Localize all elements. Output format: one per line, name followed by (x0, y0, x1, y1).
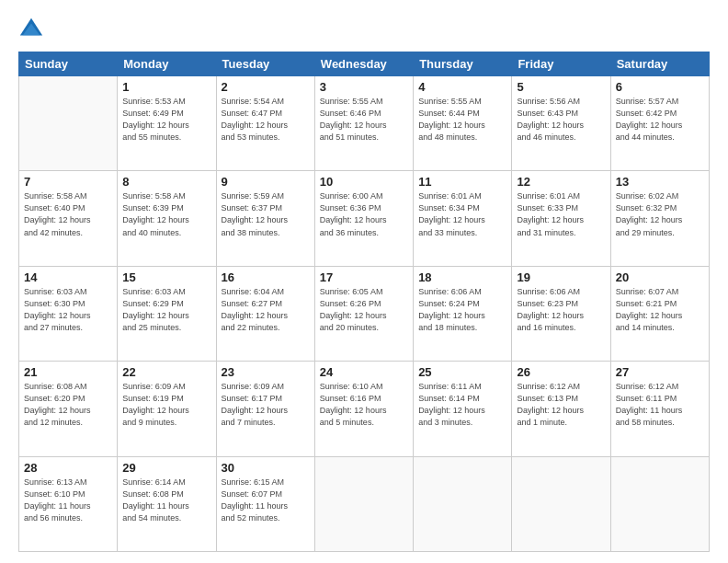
day-number: 30 (222, 461, 310, 475)
day-info: Sunrise: 6:04 AM Sunset: 6:27 PM Dayligh… (222, 286, 310, 334)
calendar-header-row: SundayMondayTuesdayWednesdayThursdayFrid… (19, 52, 710, 76)
day-number: 22 (122, 365, 210, 379)
day-number: 21 (24, 365, 112, 379)
day-number: 14 (24, 270, 112, 284)
day-number: 17 (320, 270, 408, 284)
day-info: Sunrise: 6:03 AM Sunset: 6:30 PM Dayligh… (24, 286, 112, 334)
day-info: Sunrise: 6:12 AM Sunset: 6:11 PM Dayligh… (616, 381, 704, 429)
calendar-cell: 20Sunrise: 6:07 AM Sunset: 6:21 PM Dayli… (610, 266, 709, 361)
calendar-cell: 25Sunrise: 6:11 AM Sunset: 6:14 PM Dayli… (414, 362, 512, 456)
calendar-cell: 27Sunrise: 6:12 AM Sunset: 6:11 PM Dayli… (610, 362, 709, 456)
calendar-table: SundayMondayTuesdayWednesdayThursdayFrid… (18, 52, 710, 552)
day-number: 1 (122, 80, 210, 94)
calendar-cell: 10Sunrise: 6:00 AM Sunset: 6:36 PM Dayli… (314, 171, 413, 266)
calendar-cell: 14Sunrise: 6:03 AM Sunset: 6:30 PM Dayli… (19, 266, 118, 361)
day-info: Sunrise: 6:07 AM Sunset: 6:21 PM Dayligh… (616, 286, 704, 334)
day-info: Sunrise: 6:00 AM Sunset: 6:36 PM Dayligh… (320, 190, 408, 238)
calendar-cell (610, 456, 709, 551)
calendar-cell: 3Sunrise: 5:55 AM Sunset: 6:46 PM Daylig… (314, 76, 413, 171)
calendar-cell: 1Sunrise: 5:53 AM Sunset: 6:49 PM Daylig… (118, 76, 216, 171)
weekday-header-wednesday: Wednesday (314, 52, 413, 76)
calendar-cell (414, 456, 512, 551)
calendar-cell: 5Sunrise: 5:56 AM Sunset: 6:43 PM Daylig… (512, 76, 610, 171)
day-info: Sunrise: 6:10 AM Sunset: 6:16 PM Dayligh… (320, 381, 408, 429)
calendar-cell: 6Sunrise: 5:57 AM Sunset: 6:42 PM Daylig… (610, 76, 709, 171)
weekday-header-thursday: Thursday (414, 52, 512, 76)
calendar-cell: 29Sunrise: 6:14 AM Sunset: 6:08 PM Dayli… (118, 456, 216, 551)
day-number: 20 (616, 270, 704, 284)
day-number: 2 (222, 80, 310, 94)
calendar-cell: 22Sunrise: 6:09 AM Sunset: 6:19 PM Dayli… (118, 362, 216, 456)
day-info: Sunrise: 5:54 AM Sunset: 6:47 PM Dayligh… (222, 96, 310, 144)
calendar-cell (19, 76, 118, 171)
calendar-cell: 23Sunrise: 6:09 AM Sunset: 6:17 PM Dayli… (216, 362, 314, 456)
day-number: 27 (616, 365, 704, 379)
day-info: Sunrise: 6:09 AM Sunset: 6:19 PM Dayligh… (122, 381, 210, 429)
day-info: Sunrise: 6:12 AM Sunset: 6:13 PM Dayligh… (517, 381, 605, 429)
day-info: Sunrise: 6:03 AM Sunset: 6:29 PM Dayligh… (122, 286, 210, 334)
calendar-cell: 11Sunrise: 6:01 AM Sunset: 6:34 PM Dayli… (414, 171, 512, 266)
day-info: Sunrise: 6:11 AM Sunset: 6:14 PM Dayligh… (418, 381, 506, 429)
calendar-cell: 4Sunrise: 5:55 AM Sunset: 6:44 PM Daylig… (414, 76, 512, 171)
calendar-cell: 24Sunrise: 6:10 AM Sunset: 6:16 PM Dayli… (314, 362, 413, 456)
day-number: 3 (320, 80, 408, 94)
day-info: Sunrise: 6:14 AM Sunset: 6:08 PM Dayligh… (122, 477, 210, 524)
calendar-cell: 26Sunrise: 6:12 AM Sunset: 6:13 PM Dayli… (512, 362, 610, 456)
day-info: Sunrise: 5:59 AM Sunset: 6:37 PM Dayligh… (222, 190, 310, 238)
day-number: 16 (222, 270, 310, 284)
day-info: Sunrise: 6:06 AM Sunset: 6:23 PM Dayligh… (517, 286, 605, 334)
calendar-cell: 9Sunrise: 5:59 AM Sunset: 6:37 PM Daylig… (216, 171, 314, 266)
day-number: 15 (122, 270, 210, 284)
calendar-cell: 19Sunrise: 6:06 AM Sunset: 6:23 PM Dayli… (512, 266, 610, 361)
day-number: 23 (222, 365, 310, 379)
weekday-header-tuesday: Tuesday (216, 52, 314, 76)
day-info: Sunrise: 5:58 AM Sunset: 6:40 PM Dayligh… (24, 190, 112, 238)
day-info: Sunrise: 6:15 AM Sunset: 6:07 PM Dayligh… (222, 477, 310, 524)
day-number: 10 (320, 175, 408, 189)
logo (18, 17, 48, 42)
calendar-cell: 28Sunrise: 6:13 AM Sunset: 6:10 PM Dayli… (19, 456, 118, 551)
calendar-cell: 16Sunrise: 6:04 AM Sunset: 6:27 PM Dayli… (216, 266, 314, 361)
day-number: 7 (24, 175, 112, 189)
calendar-cell (512, 456, 610, 551)
weekday-header-sunday: Sunday (19, 52, 118, 76)
day-info: Sunrise: 6:02 AM Sunset: 6:32 PM Dayligh… (616, 190, 704, 238)
calendar-cell: 12Sunrise: 6:01 AM Sunset: 6:33 PM Dayli… (512, 171, 610, 266)
day-number: 25 (418, 365, 506, 379)
day-number: 12 (517, 175, 605, 189)
calendar-cell: 7Sunrise: 5:58 AM Sunset: 6:40 PM Daylig… (19, 171, 118, 266)
weekday-header-monday: Monday (118, 52, 216, 76)
day-info: Sunrise: 6:13 AM Sunset: 6:10 PM Dayligh… (24, 477, 112, 524)
calendar-cell (314, 456, 413, 551)
calendar-cell: 13Sunrise: 6:02 AM Sunset: 6:32 PM Dayli… (610, 171, 709, 266)
calendar-week-3: 14Sunrise: 6:03 AM Sunset: 6:30 PM Dayli… (19, 266, 710, 361)
day-info: Sunrise: 6:01 AM Sunset: 6:34 PM Dayligh… (418, 190, 506, 238)
day-info: Sunrise: 6:08 AM Sunset: 6:20 PM Dayligh… (24, 381, 112, 429)
calendar-week-5: 28Sunrise: 6:13 AM Sunset: 6:10 PM Dayli… (19, 456, 710, 551)
day-info: Sunrise: 5:55 AM Sunset: 6:44 PM Dayligh… (418, 96, 506, 144)
day-info: Sunrise: 6:05 AM Sunset: 6:26 PM Dayligh… (320, 286, 408, 334)
calendar-cell: 2Sunrise: 5:54 AM Sunset: 6:47 PM Daylig… (216, 76, 314, 171)
day-number: 28 (24, 461, 112, 475)
day-number: 26 (517, 365, 605, 379)
calendar-cell: 18Sunrise: 6:06 AM Sunset: 6:24 PM Dayli… (414, 266, 512, 361)
day-number: 4 (418, 80, 506, 94)
day-number: 8 (122, 175, 210, 189)
calendar-week-1: 1Sunrise: 5:53 AM Sunset: 6:49 PM Daylig… (19, 76, 710, 171)
day-number: 9 (222, 175, 310, 189)
day-number: 13 (616, 175, 704, 189)
day-info: Sunrise: 5:57 AM Sunset: 6:42 PM Dayligh… (616, 96, 704, 144)
logo-icon (18, 17, 44, 42)
weekday-header-friday: Friday (512, 52, 610, 76)
day-info: Sunrise: 6:01 AM Sunset: 6:33 PM Dayligh… (517, 190, 605, 238)
calendar-cell: 15Sunrise: 6:03 AM Sunset: 6:29 PM Dayli… (118, 266, 216, 361)
day-info: Sunrise: 6:06 AM Sunset: 6:24 PM Dayligh… (418, 286, 506, 334)
day-info: Sunrise: 6:09 AM Sunset: 6:17 PM Dayligh… (222, 381, 310, 429)
calendar-cell: 17Sunrise: 6:05 AM Sunset: 6:26 PM Dayli… (314, 266, 413, 361)
calendar-cell: 30Sunrise: 6:15 AM Sunset: 6:07 PM Dayli… (216, 456, 314, 551)
day-number: 6 (616, 80, 704, 94)
calendar-week-2: 7Sunrise: 5:58 AM Sunset: 6:40 PM Daylig… (19, 171, 710, 266)
header (18, 17, 710, 42)
calendar-week-4: 21Sunrise: 6:08 AM Sunset: 6:20 PM Dayli… (19, 362, 710, 456)
calendar-cell: 8Sunrise: 5:58 AM Sunset: 6:39 PM Daylig… (118, 171, 216, 266)
